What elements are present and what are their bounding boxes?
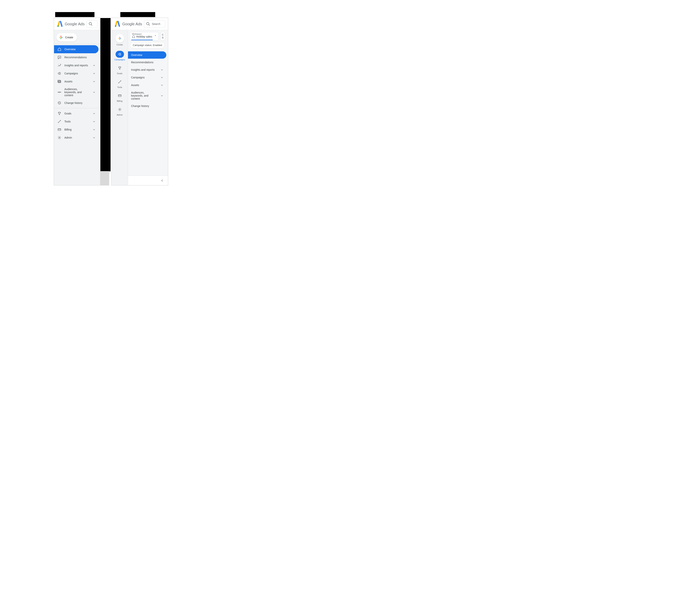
nav-assets[interactable]: Assets [128, 81, 166, 89]
nav-tools[interactable]: Tools [54, 118, 99, 126]
nav-goals[interactable]: Goals [54, 109, 99, 118]
plus-icon [59, 35, 63, 40]
nav-insights[interactable]: Insights and reports [54, 61, 99, 69]
nav-label: Insights and reports [65, 64, 89, 67]
panel-left: Google Ads Create [54, 18, 100, 186]
redaction-bar [55, 12, 95, 17]
gear-icon [57, 136, 61, 140]
chevron-left-icon [160, 179, 164, 182]
mini-goals[interactable]: Goals [111, 63, 128, 76]
chevron-down-icon [92, 72, 96, 75]
truncated-button[interactable]: C S [160, 32, 165, 41]
left-body: Create Overview ★ Recommendations Insigh… [54, 30, 100, 185]
search-input[interactable]: Search [144, 20, 165, 28]
nav-label: Overview [131, 53, 163, 56]
search-icon [89, 22, 93, 26]
nav-recommendations[interactable]: ★ Recommendations [54, 53, 99, 61]
nav-label: Campaigns [131, 76, 157, 79]
megaphone-icon [118, 52, 122, 56]
nav-label: Change history [65, 101, 96, 104]
mini-create[interactable]: Create [111, 32, 128, 48]
nav-label: Assets [131, 83, 157, 87]
tools-icon [57, 120, 61, 123]
chevron-down-icon [160, 94, 163, 97]
chevron-down-icon [92, 80, 96, 83]
trophy-icon [118, 66, 122, 70]
plus-icon [118, 36, 122, 40]
nav-audiences[interactable]: Audiences, keywords, and content [128, 89, 166, 102]
svg-point-16 [59, 92, 60, 93]
mini-billing[interactable]: Billing [111, 90, 128, 104]
google-ads-wordmark: Google Ads [122, 22, 142, 26]
dropdown-caret-icon [154, 34, 157, 37]
header: Google Ads [54, 18, 100, 30]
svg-point-10 [58, 64, 59, 65]
insights-icon [57, 64, 61, 67]
svg-line-13 [60, 74, 61, 74]
right-body: Create Campaigns Goals Tools Billing [111, 30, 168, 185]
chevron-down-icon [92, 136, 96, 139]
svg-point-19 [59, 137, 60, 138]
nav-insights[interactable]: Insights and reports [128, 66, 166, 74]
search-input[interactable] [86, 20, 97, 28]
nav-change-history[interactable]: Change history [128, 102, 166, 109]
svg-line-2 [91, 25, 92, 26]
target-icon [57, 90, 61, 94]
nav-recommendations[interactable]: Recommendations [128, 59, 166, 66]
search-icon [146, 22, 150, 26]
nav-label: Insights and reports [131, 68, 157, 71]
svg-point-0 [57, 25, 59, 27]
history-icon [57, 101, 61, 105]
nav-label: Tools [65, 120, 89, 123]
google-ads-wordmark: Google Ads [65, 22, 84, 26]
collapse-footer[interactable] [128, 176, 168, 185]
assets-icon [57, 79, 61, 83]
nav-billing[interactable]: Billing [54, 126, 99, 133]
svg-point-20 [115, 25, 116, 27]
chevron-down-icon [92, 128, 96, 131]
mini-admin[interactable]: Admin [111, 104, 128, 118]
redaction-bar [100, 18, 110, 171]
workspace-value: Holiday sales [136, 35, 152, 38]
nav-admin[interactable]: Admin [54, 133, 99, 142]
nav-overview[interactable]: Overview [128, 51, 166, 59]
google-ads-logo[interactable]: Google Ads [57, 21, 84, 27]
svg-rect-17 [58, 129, 61, 130]
panel-right: Google Ads Search [111, 18, 168, 186]
create-button[interactable]: Create [56, 33, 77, 42]
redaction-gray [100, 171, 109, 186]
mini-label: Create [117, 44, 123, 46]
mini-tools[interactable]: Tools [111, 76, 128, 90]
nav-label: Billing [65, 128, 89, 131]
google-ads-logo[interactable]: Google Ads [114, 21, 142, 27]
nav-label: Recommendations [65, 56, 96, 59]
nav-label: Goals [65, 112, 89, 115]
chevron-down-icon [92, 91, 96, 94]
trophy-icon [57, 112, 61, 115]
status-pill[interactable]: Campaign status: Enabled [130, 42, 165, 48]
nav-label: Audiences, keywords, and content [65, 88, 89, 97]
nav-campaigns[interactable]: Campaigns [128, 74, 166, 81]
workspace-label: Workspace [132, 33, 156, 35]
nav-campaigns[interactable]: Campaigns [54, 69, 99, 77]
mini-rail: Create Campaigns Goals Tools Billing [111, 30, 128, 185]
nav-change-history[interactable]: Change history [54, 99, 99, 107]
google-ads-a-icon [114, 21, 121, 27]
header: Google Ads Search [111, 18, 168, 30]
svg-point-1 [89, 22, 92, 25]
svg-point-9 [60, 64, 61, 65]
workspace-dropdown[interactable]: Workspace Holiday sales [130, 32, 159, 41]
nav-label: Campaigns [65, 72, 89, 75]
nav-assets[interactable]: Assets [54, 77, 99, 85]
nav-overview[interactable]: Overview [54, 45, 99, 53]
svg-point-21 [147, 22, 149, 25]
svg-line-29 [121, 55, 121, 55]
gear-icon [118, 107, 122, 112]
right-main: Workspace Holiday sales C S Campaign sta… [128, 30, 168, 185]
nav-audiences[interactable]: Audiences, keywords, and content [54, 85, 99, 99]
chevron-down-icon [92, 120, 96, 123]
svg-rect-30 [118, 95, 121, 97]
svg-point-32 [119, 109, 120, 110]
mini-campaigns[interactable]: Campaigns [111, 49, 128, 63]
mini-label: Billing [117, 100, 122, 102]
